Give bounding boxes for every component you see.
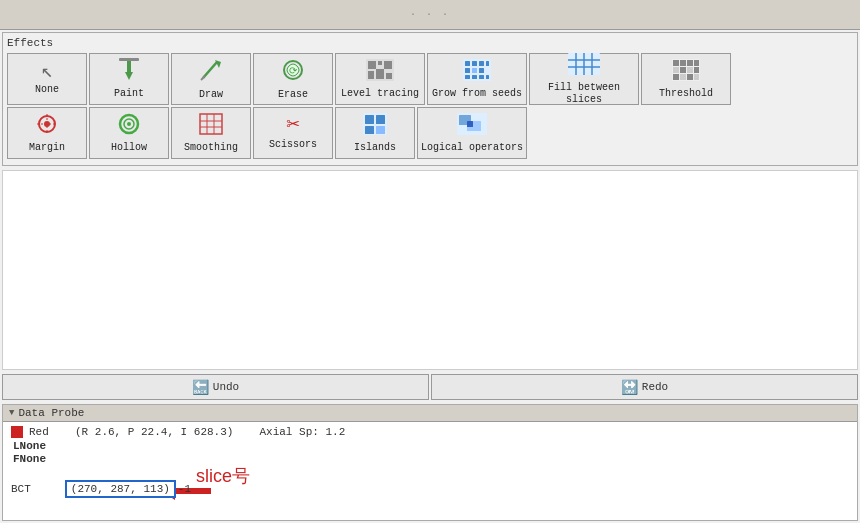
grow-from-seeds-icon: [463, 59, 491, 86]
effect-btn-grow-from-seeds[interactable]: Grow from seeds: [427, 53, 527, 105]
effect-btn-none[interactable]: ↖ None: [7, 53, 87, 105]
effect-btn-islands[interactable]: Islands: [335, 107, 415, 159]
svg-rect-43: [687, 74, 693, 80]
bct-spacing: [45, 483, 65, 495]
svg-line-2: [203, 62, 217, 78]
collapse-arrow: ▼: [9, 408, 14, 418]
hollow-label: Hollow: [111, 142, 147, 154]
svg-text:⟳: ⟳: [289, 66, 298, 77]
data-probe-section: ▼ Data Probe Red (R 2.6, P 22.4, I 628.3…: [2, 404, 858, 521]
svg-rect-23: [472, 75, 477, 79]
svg-rect-42: [680, 74, 686, 80]
scissors-label: Scissors: [269, 139, 317, 151]
fill-between-slices-icon: [568, 53, 600, 80]
effect-btn-level-tracing[interactable]: Level tracing: [335, 53, 425, 105]
threshold-label: Threshold: [659, 88, 713, 100]
redo-icon: 🔛: [621, 379, 638, 396]
none-icon: ↖: [41, 62, 53, 82]
top-bar-dots: · · ·: [410, 9, 450, 20]
margin-label: Margin: [29, 142, 65, 154]
svg-rect-40: [694, 67, 699, 73]
hollow-icon: [117, 113, 141, 140]
svg-rect-35: [687, 60, 693, 66]
bct-row: BCT (270, 287, 113) -1: [11, 480, 191, 498]
effect-btn-hollow[interactable]: Hollow: [89, 107, 169, 159]
svg-rect-34: [680, 60, 686, 66]
effect-btn-margin[interactable]: Margin: [7, 107, 87, 159]
svg-rect-15: [465, 61, 470, 66]
redo-button[interactable]: 🔛 Redo: [431, 374, 858, 400]
effects-row-2: Margin Hollow: [7, 107, 853, 159]
effect-btn-draw[interactable]: Draw: [171, 53, 251, 105]
paint-icon: [117, 58, 141, 86]
svg-rect-65: [467, 121, 473, 127]
redo-label: Redo: [642, 381, 668, 393]
svg-rect-20: [472, 68, 477, 73]
margin-icon: [35, 113, 59, 140]
axial-label: Axial Sp: 1.2: [259, 426, 345, 438]
effects-label: Effects: [7, 37, 853, 49]
undo-button[interactable]: 🔙 Undo: [2, 374, 429, 400]
svg-rect-9: [378, 61, 382, 65]
f-label: F: [13, 453, 20, 465]
undo-redo-bar: 🔙 Undo 🔛 Redo: [2, 374, 858, 400]
svg-rect-0: [127, 60, 131, 72]
level-tracing-icon: [366, 59, 394, 86]
data-probe-content: Red (R 2.6, P 22.4, I 628.3) Axial Sp: 1…: [3, 422, 857, 520]
effect-btn-erase[interactable]: ⟳ Erase: [253, 53, 333, 105]
erase-icon: ⟳: [281, 58, 305, 87]
fill-between-slices-label: Fill between slices: [532, 82, 636, 106]
islands-label: Islands: [354, 142, 396, 154]
svg-rect-58: [365, 115, 374, 124]
effect-btn-fill-between-slices[interactable]: Fill between slices: [529, 53, 639, 105]
red-color-swatch: [11, 426, 23, 438]
svg-rect-59: [376, 115, 385, 124]
bct-value-box: (270, 287, 113): [65, 480, 176, 498]
l-label: L: [13, 440, 20, 452]
svg-rect-24: [479, 75, 484, 79]
svg-rect-25: [486, 75, 489, 79]
svg-rect-60: [365, 126, 374, 134]
bct-label: BCT: [11, 483, 41, 495]
none-label: None: [35, 84, 59, 96]
effect-btn-smoothing[interactable]: Smoothing: [171, 107, 251, 159]
effects-row-1: ↖ None Paint: [7, 53, 853, 105]
svg-rect-1: [119, 58, 139, 61]
svg-rect-8: [368, 61, 376, 69]
svg-rect-39: [687, 67, 693, 73]
islands-icon: [363, 113, 387, 140]
effect-btn-paint[interactable]: Paint: [89, 53, 169, 105]
red-value: (R 2.6, P 22.4, I 628.3): [75, 426, 233, 438]
undo-label: Undo: [213, 381, 239, 393]
f-none-row: FNone: [11, 453, 849, 465]
data-probe-header-label: Data Probe: [18, 407, 84, 419]
svg-line-4: [201, 76, 205, 80]
svg-rect-19: [465, 68, 470, 73]
svg-rect-36: [694, 60, 699, 66]
svg-rect-13: [386, 73, 392, 79]
svg-rect-18: [486, 61, 489, 66]
threshold-icon: [672, 59, 700, 86]
undo-icon: 🔙: [192, 379, 209, 396]
effect-btn-threshold[interactable]: Threshold: [641, 53, 731, 105]
svg-rect-17: [479, 61, 484, 66]
f-value: None: [20, 453, 46, 465]
svg-rect-21: [479, 68, 484, 73]
paint-label: Paint: [114, 88, 144, 100]
grow-from-seeds-label: Grow from seeds: [432, 88, 522, 100]
bct-annotation-container: slice号 BCT (270, 287, 113) -1: [11, 466, 849, 516]
svg-rect-22: [465, 75, 470, 79]
svg-rect-16: [472, 61, 477, 66]
data-probe-header[interactable]: ▼ Data Probe: [3, 405, 857, 422]
logical-operators-label: Logical operators: [421, 142, 523, 154]
svg-rect-37: [673, 67, 679, 73]
l-value: None: [20, 440, 46, 452]
svg-rect-44: [694, 74, 699, 80]
top-bar: · · ·: [0, 0, 860, 30]
content-area: [2, 170, 858, 370]
effect-btn-scissors[interactable]: ✂ Scissors: [253, 107, 333, 159]
probe-row-red: Red (R 2.6, P 22.4, I 628.3) Axial Sp: 1…: [11, 426, 849, 438]
main-container: · · · Effects ↖ None Paint: [0, 0, 860, 523]
svg-rect-38: [680, 67, 686, 73]
effect-btn-logical-operators[interactable]: Logical operators: [417, 107, 527, 159]
